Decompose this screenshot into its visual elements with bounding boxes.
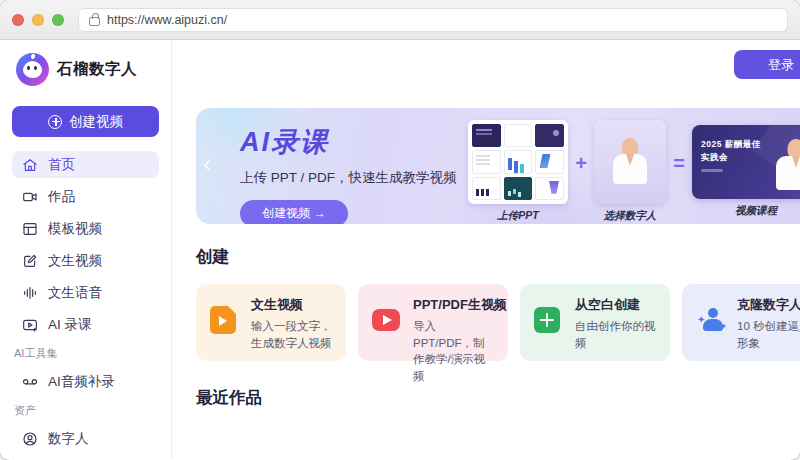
hero-create-video-button[interactable]: 创建视频 → (240, 200, 348, 224)
hero-banner: ‹ AI录课 上传 PPT / PDF，快速生成教学视频 创建视频 → (196, 108, 800, 224)
step-label: 视频课程 (735, 204, 777, 218)
screen: https://www.aipuzi.cn/ 石榴数字人 创建视频 首页 (0, 0, 800, 460)
zoom-button[interactable] (52, 14, 64, 26)
sidebar: 石榴数字人 创建视频 首页 作品 模板视频 (0, 40, 172, 459)
sidebar-item-audio-redub[interactable]: AI音频补录 (12, 368, 159, 395)
section-assets-label: 资产 (14, 403, 159, 418)
waveform-icon (22, 285, 38, 301)
brand-name: 石榴数字人 (57, 59, 137, 80)
video-course-thumbnail: 2025 薪酬最佳 实践会 (692, 125, 800, 199)
home-icon (22, 157, 38, 173)
slide-title: 2025 薪酬最佳 实践会 (701, 138, 771, 164)
sidebar-item-ai-recording[interactable]: AI 录课 (12, 311, 159, 338)
section-ai-tools-label: AI工具集 (14, 346, 159, 361)
equals-sign: = (671, 152, 687, 175)
carousel-prev-button[interactable]: ‹ (203, 152, 211, 176)
template-icon (22, 221, 38, 237)
browser-chrome: https://www.aipuzi.cn/ (0, 0, 800, 40)
slide-decoration (701, 169, 723, 172)
plus-square-icon (534, 307, 560, 333)
login-button[interactable]: 登录 (734, 50, 800, 79)
window-controls (12, 14, 64, 26)
hero-steps: 上传PPT + 选择数字人 = (468, 120, 800, 223)
ppt-thumbnail (468, 120, 568, 204)
step-upload-ppt: 上传PPT (468, 120, 568, 223)
sidebar-item-template-videos[interactable]: 模板视频 (12, 215, 159, 242)
video-play-icon (22, 317, 38, 333)
plus-circle-icon (48, 115, 62, 129)
create-cards: 文生视频 输入一段文字，生成数字人视频 PPT/PDF生视频 导入PPT/PDF… (196, 284, 800, 361)
card-clone-avatar[interactable]: ✦✦ 克隆数字人 10 秒创建逼真形象 (682, 284, 800, 361)
hero-subtitle: 上传 PPT / PDF，快速生成教学视频 (240, 169, 457, 187)
card-ppt-to-video[interactable]: PPT/PDF生视频 导入PPT/PDF，制作教学/演示视频 (358, 284, 508, 361)
minimize-button[interactable] (32, 14, 44, 26)
sidebar-item-works[interactable]: 作品 (12, 183, 159, 210)
card-text-to-video[interactable]: 文生视频 输入一段文字，生成数字人视频 (196, 284, 346, 361)
step-choose-avatar: 选择数字人 (594, 120, 666, 223)
step-label: 选择数字人 (604, 209, 657, 223)
create-video-button[interactable]: 创建视频 (12, 106, 159, 137)
step-video-course: 2025 薪酬最佳 实践会 视频课程 (692, 120, 800, 218)
recent-works-title: 最近作品 (196, 388, 262, 406)
url-text: https://www.aipuzi.cn/ (107, 13, 227, 27)
clone-person-icon: ✦✦ (696, 306, 726, 334)
plus-sign: + (573, 152, 589, 175)
main-content: 登录 ‹ AI录课 上传 PPT / PDF，快速生成教学视频 创建视频 → (172, 40, 800, 459)
browser-window: https://www.aipuzi.cn/ 石榴数字人 创建视频 首页 (0, 0, 800, 460)
brand: 石榴数字人 (12, 53, 159, 86)
create-section-title: 创建 (196, 246, 800, 268)
address-bar[interactable]: https://www.aipuzi.cn/ (78, 8, 788, 32)
digital-human-thumbnail (594, 120, 666, 204)
close-button[interactable] (12, 14, 24, 26)
step-label: 上传PPT (497, 209, 538, 223)
brand-logo-icon (16, 53, 49, 86)
sidebar-item-voice[interactable]: 声音 (12, 457, 159, 459)
sidebar-item-home[interactable]: 首页 (12, 151, 159, 178)
sidebar-item-text-to-video[interactable]: 文生视频 (12, 247, 159, 274)
recent-works-header: 最近作品 查看 (196, 387, 800, 409)
sidebar-item-digital-human[interactable]: 数字人 (12, 425, 159, 452)
video-camera-icon (22, 189, 38, 205)
person-circle-icon (22, 431, 38, 447)
sidebar-item-voice-clipped: 声音 (12, 457, 159, 459)
play-button-icon (372, 309, 400, 331)
lock-icon (89, 17, 100, 26)
card-blank-create[interactable]: 从空白创建 自由创作你的视频 (520, 284, 670, 361)
sidebar-item-text-to-speech[interactable]: 文生语音 (12, 279, 159, 306)
voicemail-icon (22, 374, 38, 390)
doc-play-icon (210, 306, 236, 334)
edit-icon (22, 253, 38, 269)
hero-title: AI录课 (240, 124, 457, 160)
